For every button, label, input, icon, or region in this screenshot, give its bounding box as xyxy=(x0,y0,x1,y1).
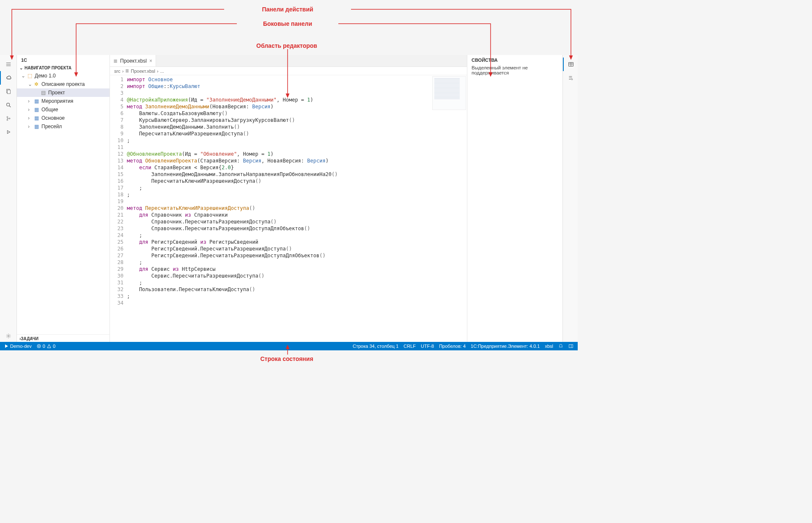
tree-main[interactable]: › ▦ Основное xyxy=(17,114,110,122)
status-language[interactable]: xbsl xyxy=(542,344,556,349)
tree-events[interactable]: › ▦ Мероприятия xyxy=(17,97,110,105)
code-editor[interactable]: 1234567891011121314151617181920212223242… xyxy=(110,75,467,343)
play-icon xyxy=(4,344,8,348)
line-gutter: 1234567891011121314151617181920212223242… xyxy=(110,75,127,343)
status-problems[interactable]: 0 0 xyxy=(34,344,58,349)
svg-point-2 xyxy=(7,103,10,106)
close-icon[interactable]: × xyxy=(149,58,152,64)
debug-icon[interactable] xyxy=(0,125,17,139)
chevron-down-icon: ⌄ xyxy=(19,66,23,70)
module-icon: ▦ xyxy=(33,98,40,104)
tree-label: Общие xyxy=(41,107,58,113)
status-bar: Demo-dev 0 0 Строка 34, столбец 1 CRLF U… xyxy=(0,342,578,350)
settings-gear-icon[interactable] xyxy=(0,329,17,343)
status-layout-icon[interactable] xyxy=(566,344,576,349)
tasks-header[interactable]: › ЗАДАЧИ xyxy=(17,334,110,343)
files-icon[interactable] xyxy=(0,85,17,98)
minimap[interactable] xyxy=(432,76,466,110)
status-cursor[interactable]: Строка 34, столбец 1 xyxy=(350,344,401,349)
annotation-editor-area: Область редакторов xyxy=(228,42,346,49)
sidebar-title: 1C xyxy=(17,55,110,64)
navigator-label: НАВИГАТОР ПРОЕКТА xyxy=(25,66,71,70)
file-icon: ▤ xyxy=(40,90,47,96)
tree-presale[interactable]: › ▦ Пресейл xyxy=(17,122,110,131)
warning-icon xyxy=(47,344,51,348)
editor-area: ≣ Проект.xbsl × src › ≣ Проект.xbsl › ..… xyxy=(110,55,467,343)
svg-rect-1 xyxy=(7,90,10,94)
status-spaces[interactable]: Пробелов: 4 xyxy=(436,344,468,349)
gear-icon: ✲ xyxy=(33,81,40,87)
properties-title: СВОЙСТВА xyxy=(472,58,558,63)
source-control-icon[interactable] xyxy=(0,112,17,125)
svg-point-5 xyxy=(9,118,10,119)
tree-common[interactable]: › ▦ Общие xyxy=(17,105,110,114)
tree-label: Демо 1.0 xyxy=(35,73,56,79)
chevron-right-icon: › xyxy=(28,115,33,121)
chevron-right-icon: › xyxy=(28,98,33,104)
annotation-side-panels: Боковые панели xyxy=(237,20,338,27)
svg-point-6 xyxy=(8,335,9,337)
svg-rect-10 xyxy=(569,344,573,348)
search-icon[interactable] xyxy=(0,98,17,112)
status-bell-icon[interactable] xyxy=(556,344,566,349)
file-icon: ≣ xyxy=(113,58,118,64)
table-icon[interactable] xyxy=(563,58,578,71)
outline-icon[interactable] xyxy=(563,71,578,85)
tree-label: Пресейл xyxy=(41,124,62,129)
chevron-right-icon: › xyxy=(28,107,33,113)
menu-icon[interactable] xyxy=(0,58,17,71)
tab-project[interactable]: ≣ Проект.xbsl × xyxy=(110,55,156,66)
status-errors: 0 xyxy=(43,344,45,349)
tab-label: Проект.xbsl xyxy=(120,58,147,64)
status-demo-label: Demo-dev xyxy=(10,344,32,349)
status-eol[interactable]: CRLF xyxy=(401,344,418,349)
code-content[interactable]: импорт Основноеимпорт Общие::КурсыВалют … xyxy=(127,75,467,343)
module-icon: ▦ xyxy=(33,115,40,121)
sidebar-left: 1C ⌄ НАВИГАТОР ПРОЕКТА ⌄ ⬚ Демо 1.0 ⌄ ✲ … xyxy=(17,55,110,343)
tree-label: Основное xyxy=(41,115,65,121)
breadcrumb-src: src xyxy=(114,69,121,74)
ide-window: 1C ⌄ НАВИГАТОР ПРОЕКТА ⌄ ⬚ Демо 1.0 ⌄ ✲ … xyxy=(0,55,578,343)
tree-root[interactable]: ⌄ ⬚ Демо 1.0 xyxy=(17,72,110,80)
chevron-down-icon: ⌄ xyxy=(28,81,33,87)
tree-label: Проект xyxy=(48,90,65,96)
sidebar-right: СВОЙСТВА Выделенный элемент не поддержив… xyxy=(467,55,562,343)
chevron-down-icon: ⌄ xyxy=(21,73,26,79)
cloud-1c-icon[interactable] xyxy=(0,71,17,85)
activity-bar-left xyxy=(0,55,17,343)
svg-point-4 xyxy=(7,119,8,121)
tab-bar: ≣ Проект.xbsl × xyxy=(110,55,467,67)
tasks-label: ЗАДАЧИ xyxy=(21,336,38,341)
chevron-right-icon: › xyxy=(157,69,159,74)
status-platform[interactable]: 1С:Предприятие.Элемент: 4.0.1 xyxy=(468,344,542,349)
status-run[interactable]: Demo-dev xyxy=(2,344,34,349)
properties-message: Выделенный элемент не поддерживается xyxy=(472,65,558,75)
breadcrumb-file: Проект.xbsl xyxy=(131,69,155,74)
svg-point-3 xyxy=(7,116,8,118)
svg-point-8 xyxy=(571,79,573,80)
breadcrumb[interactable]: src › ≣ Проект.xbsl › ... xyxy=(110,67,467,75)
chevron-right-icon: › xyxy=(28,124,33,129)
module-icon: ▦ xyxy=(33,124,40,129)
status-encoding[interactable]: UTF-8 xyxy=(418,344,436,349)
chevron-right-icon: › xyxy=(122,69,124,74)
status-warnings: 0 xyxy=(53,344,55,349)
annotation-action-panels: Панели действий xyxy=(224,6,351,13)
project-1c-icon: ⬚ xyxy=(26,73,33,79)
tree-label: Описание проекта xyxy=(41,81,85,87)
error-icon xyxy=(37,344,41,348)
tree-label: Мероприятия xyxy=(41,98,73,104)
annotation-status-bar: Строка состояния xyxy=(236,355,337,362)
file-icon: ≣ xyxy=(125,68,129,74)
breadcrumb-more: ... xyxy=(160,69,164,74)
tree-description[interactable]: ⌄ ✲ Описание проекта xyxy=(17,80,110,88)
project-tree: ⌄ ⬚ Демо 1.0 ⌄ ✲ Описание проекта ⌄ ▤ Пр… xyxy=(17,72,110,334)
navigator-header[interactable]: ⌄ НАВИГАТОР ПРОЕКТА xyxy=(17,64,110,72)
activity-bar-right xyxy=(562,55,578,343)
tree-project-file[interactable]: ⌄ ▤ Проект xyxy=(17,88,110,97)
module-icon: ▦ xyxy=(33,107,40,113)
